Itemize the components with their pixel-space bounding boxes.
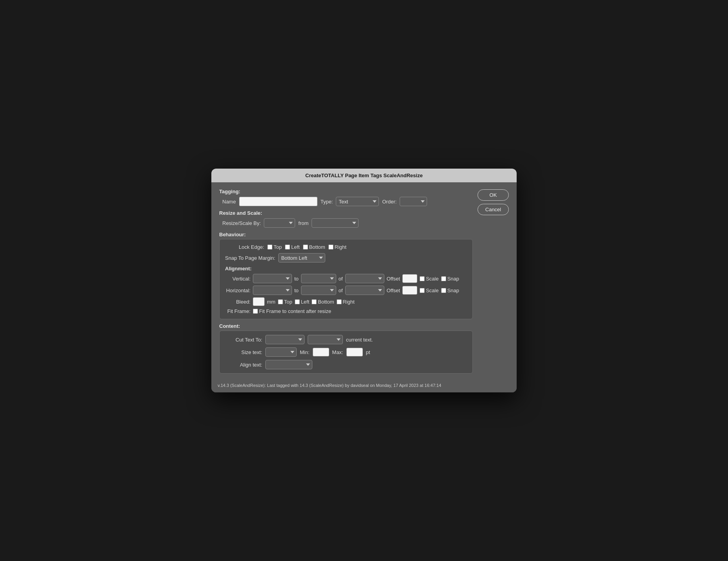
resize-by-label: Resize/Scale By:	[222, 220, 261, 226]
vertical-select[interactable]	[253, 274, 292, 283]
order-select[interactable]: 1 2 3	[400, 197, 427, 206]
cut-text-select2[interactable]: First Last	[308, 335, 343, 344]
bleed-bottom-label[interactable]: Bottom	[312, 299, 334, 305]
horizontal-snap-checkbox[interactable]	[441, 288, 446, 293]
bleed-right-checkbox[interactable]	[337, 299, 342, 304]
horizontal-label: Horizontal:	[225, 288, 250, 293]
snap-margin-row: Snap To Page Margin: Bottom Left Top Lef…	[225, 253, 467, 263]
horizontal-row: Horizontal: to of	[225, 286, 467, 295]
main-content: Tagging: Name Type: Text Image Frame Ord…	[219, 189, 473, 374]
dialog-body: Tagging: Name Type: Text Image Frame Ord…	[211, 182, 517, 380]
order-label: Order:	[382, 199, 396, 205]
horizontal-snap-label[interactable]: Snap	[441, 288, 459, 293]
align-text-row: Align text: Left Center Right Justify	[225, 360, 467, 369]
bleed-row: Bleed: mm Top Left	[225, 297, 467, 306]
vertical-scale-checkbox[interactable]	[420, 276, 425, 281]
type-select[interactable]: Text Image Frame	[336, 197, 379, 206]
cancel-button[interactable]: Cancel	[478, 204, 509, 215]
lock-edge-row: Lock Edge: Top Left Bottom	[225, 244, 467, 250]
status-bar: v.14.3 (ScaleAndResize): Last tagged wit…	[211, 380, 517, 392]
pt-label: pt	[366, 349, 370, 355]
bleed-top-checkbox[interactable]	[278, 299, 283, 304]
bleed-left-checkbox[interactable]	[295, 299, 300, 304]
size-text-select[interactable]: Shrink Grow Both	[265, 347, 297, 357]
vertical-offset-input[interactable]	[402, 274, 417, 283]
fit-frame-label: Fit Frame:	[225, 308, 250, 314]
alignment-section: Alignment: Vertical: to	[225, 266, 467, 314]
max-label: Max:	[332, 349, 343, 355]
bleed-top-label[interactable]: Top	[278, 299, 292, 305]
bleed-mm-label: mm	[267, 299, 276, 305]
size-text-row: Size text: Shrink Grow Both Min: Max:	[225, 347, 467, 357]
horizontal-select[interactable]	[253, 286, 292, 295]
cut-text-suffix: current text.	[346, 337, 373, 343]
fit-frame-checkbox[interactable]	[253, 309, 258, 314]
name-label: Name	[222, 199, 236, 205]
lock-edge-label: Lock Edge:	[225, 244, 264, 250]
ok-button[interactable]: OK	[478, 189, 509, 201]
fit-frame-checkbox-label[interactable]: Fit Frame to content after resize	[253, 308, 331, 314]
tagging-section: Tagging: Name Type: Text Image Frame Ord…	[219, 189, 473, 206]
vertical-label: Vertical:	[225, 276, 250, 282]
behaviour-label: Behaviour:	[219, 232, 473, 237]
cut-text-select1[interactable]: Characters Words Lines	[265, 335, 305, 344]
window-title: CreateTOTALLY Page Item Tags ScaleAndRes…	[305, 173, 423, 178]
horizontal-to-select[interactable]	[301, 286, 336, 295]
title-bar: CreateTOTALLY Page Item Tags ScaleAndRes…	[211, 169, 517, 182]
min-label: Min:	[300, 349, 310, 355]
resize-scale-label: Resize and Scale:	[219, 210, 473, 216]
horizontal-offset-input[interactable]	[402, 286, 417, 295]
bleed-right-label[interactable]: Right	[337, 299, 355, 305]
bleed-value-input[interactable]	[253, 297, 265, 306]
lock-top-label[interactable]: Top	[267, 244, 282, 250]
vertical-snap-label[interactable]: Snap	[441, 276, 459, 282]
size-text-label: Size text:	[225, 349, 262, 355]
lock-right-label[interactable]: Right	[328, 244, 346, 250]
type-label: Type:	[321, 199, 333, 205]
lock-bottom-checkbox[interactable]	[303, 245, 308, 250]
horizontal-scale-label[interactable]: Scale	[420, 288, 439, 293]
vertical-row: Vertical: to of	[225, 274, 467, 283]
tagging-label: Tagging:	[219, 189, 473, 194]
bleed-label: Bleed:	[225, 299, 250, 305]
horizontal-of-select[interactable]	[345, 286, 384, 295]
buttons-column: OK Cancel	[478, 189, 509, 374]
main-dialog: CreateTOTALLY Page Item Tags ScaleAndRes…	[211, 169, 517, 392]
cut-text-label: Cut Text To:	[225, 337, 262, 343]
content-section: Content: Cut Text To: Characters Words L…	[219, 323, 473, 374]
lock-top-checkbox[interactable]	[267, 245, 272, 250]
snap-margin-label: Snap To Page Margin:	[225, 255, 275, 261]
status-text: v.14.3 (ScaleAndResize): Last tagged wit…	[218, 383, 441, 388]
vertical-to-select[interactable]	[301, 274, 336, 283]
snap-margin-select[interactable]: Bottom Left Top Left Top Right Bottom Ri…	[278, 253, 325, 263]
min-input[interactable]	[313, 348, 329, 356]
vertical-snap-checkbox[interactable]	[441, 276, 446, 281]
lock-bottom-label[interactable]: Bottom	[303, 244, 325, 250]
horizontal-scale-checkbox[interactable]	[420, 288, 425, 293]
cut-text-row: Cut Text To: Characters Words Lines Firs…	[225, 335, 467, 344]
content-label: Content:	[219, 323, 473, 329]
resize-scale-section: Resize and Scale: Resize/Scale By: Width…	[219, 210, 473, 228]
lock-left-checkbox[interactable]	[285, 245, 290, 250]
max-input[interactable]	[346, 348, 363, 356]
vertical-scale-label[interactable]: Scale	[420, 276, 439, 282]
lock-left-label[interactable]: Left	[285, 244, 300, 250]
bleed-left-label[interactable]: Left	[295, 299, 310, 305]
align-text-label: Align text:	[225, 362, 262, 368]
alignment-label: Alignment:	[225, 266, 467, 272]
bleed-bottom-checkbox[interactable]	[312, 299, 317, 304]
lock-right-checkbox[interactable]	[328, 245, 333, 250]
from-label: from	[298, 220, 308, 226]
align-text-select[interactable]: Left Center Right Justify	[265, 360, 312, 369]
name-input[interactable]	[239, 197, 317, 206]
from-select[interactable]: Top Left Top Right Bottom Left Bottom Ri…	[312, 218, 359, 228]
vertical-of-select[interactable]	[345, 274, 384, 283]
resize-by-select[interactable]: Width Height Both	[264, 218, 295, 228]
fit-frame-row: Fit Frame: Fit Frame to content after re…	[225, 308, 467, 314]
behaviour-section: Behaviour: Lock Edge: Top Lef	[219, 232, 473, 319]
